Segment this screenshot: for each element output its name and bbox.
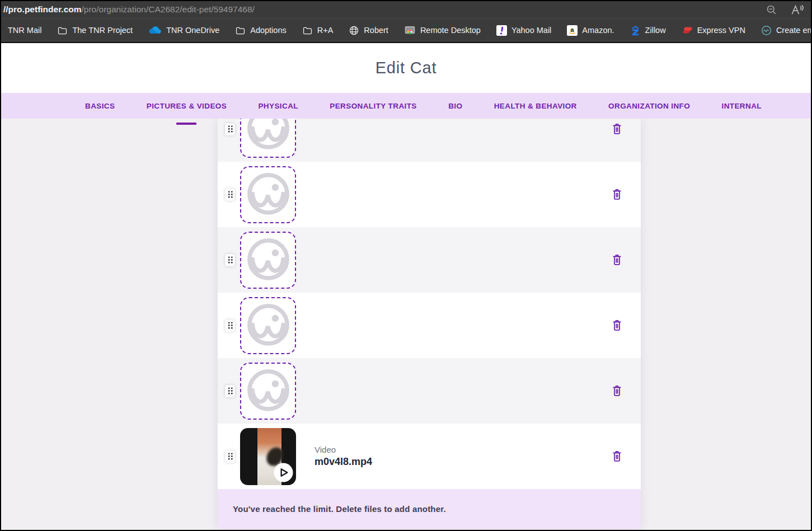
- bookmark-label: Create email distrib...: [776, 26, 811, 35]
- drag-handle-icon[interactable]: [225, 254, 235, 266]
- bookmark-label: TNR Mail: [8, 26, 41, 35]
- page-header: Edit Cat: [1, 43, 811, 93]
- media-row-video: Video m0v4l8.mp4: [218, 424, 641, 489]
- expressvpn-icon: [682, 25, 693, 35]
- photo-upload-placeholder[interactable]: [240, 363, 296, 420]
- delete-media-button[interactable]: [610, 449, 624, 464]
- tab-label: PHYSICAL: [258, 102, 298, 110]
- bookmark-label: The TNR Project: [72, 26, 133, 35]
- video-kind-label: Video: [315, 445, 372, 454]
- browser-window: //pro.petfinder.com/pro/organization/CA2…: [0, 0, 812, 531]
- url-bar[interactable]: //pro.petfinder.com/pro/organization/CA2…: [1, 1, 811, 18]
- media-row-placeholder: [218, 162, 641, 227]
- bookmark-label: R+A: [317, 26, 334, 35]
- drag-handle-icon[interactable]: [225, 189, 235, 201]
- video-meta: Video m0v4l8.mp4: [315, 445, 372, 468]
- tab-internal[interactable]: INTERNAL: [722, 102, 762, 110]
- drag-handle-icon[interactable]: [225, 123, 235, 135]
- bookmark-amazon[interactable]: aAmazon.: [567, 25, 614, 36]
- bookmark-express-vpn[interactable]: Express VPN: [682, 25, 745, 35]
- pet-face-icon: [245, 119, 292, 154]
- pet-face-icon: [245, 170, 292, 219]
- amazon-icon: a: [567, 25, 578, 36]
- tab-label: ORGANIZATION INFO: [608, 102, 690, 110]
- folder-icon: [302, 25, 313, 36]
- play-icon[interactable]: [274, 463, 293, 482]
- tab-basics[interactable]: BASICS: [85, 102, 115, 110]
- tab-health-behavior[interactable]: HEALTH & BEHAVIOR: [494, 102, 577, 110]
- content-area: Video m0v4l8.mp4 You've reached the limi…: [1, 119, 811, 530]
- delete-media-button[interactable]: [610, 318, 624, 333]
- remote-desktop-icon: [404, 25, 416, 35]
- bookmark-label: Adoptions: [250, 26, 287, 35]
- drag-handle-icon[interactable]: [225, 319, 235, 332]
- bookmark-label: TNR OneDrive: [166, 26, 219, 35]
- bookmark-label: Express VPN: [697, 26, 745, 35]
- folder-icon: [57, 25, 68, 36]
- photo-upload-placeholder[interactable]: [240, 166, 296, 223]
- yahoo-icon: [496, 25, 507, 36]
- tab-bio[interactable]: BIO: [448, 102, 462, 110]
- tab-label: BASICS: [85, 102, 115, 110]
- drag-handle-icon[interactable]: [225, 450, 235, 463]
- photo-upload-placeholder[interactable]: [240, 232, 296, 289]
- bookmark-the-tnr-project[interactable]: The TNR Project: [57, 25, 133, 36]
- delete-media-button[interactable]: [610, 121, 624, 137]
- tab-pictures-videos[interactable]: PICTURES & VIDEOS: [147, 102, 227, 110]
- video-filename: m0v4l8.mp4: [315, 456, 372, 468]
- svg-text:a: a: [571, 26, 575, 33]
- limit-banner: You've reached the limit. Delete files t…: [218, 489, 641, 529]
- media-row-placeholder: [218, 293, 641, 358]
- page-title: Edit Cat: [376, 59, 437, 77]
- read-aloud-icon[interactable]: [791, 4, 804, 15]
- photo-upload-placeholder[interactable]: [240, 297, 296, 354]
- tab-label: HEALTH & BEHAVIOR: [494, 102, 577, 110]
- bookmark-tnr-mail[interactable]: TNR Mail: [8, 26, 41, 35]
- url-domain: //pro.petfinder.com: [3, 4, 82, 14]
- tab-label: INTERNAL: [722, 102, 762, 110]
- bookmark-label: Robert: [364, 26, 388, 35]
- url-path: /pro/organization/CA2682/edit-pet/594974…: [82, 4, 255, 14]
- limit-message: You've reached the limit. Delete files t…: [233, 504, 446, 514]
- tab-organization-info[interactable]: ORGANIZATION INFO: [608, 102, 690, 110]
- media-list: Video m0v4l8.mp4: [218, 119, 641, 489]
- delete-media-button[interactable]: [610, 252, 624, 267]
- media-row-placeholder: [218, 119, 641, 162]
- media-row-placeholder: [218, 358, 641, 424]
- zillow-icon: [630, 25, 641, 36]
- pet-face-icon: [245, 235, 292, 285]
- delete-media-button[interactable]: [610, 383, 624, 398]
- tab-personality-traits[interactable]: PERSONALITY TRAITS: [330, 102, 416, 110]
- bookmark-adoptions[interactable]: Adoptions: [235, 25, 287, 36]
- tab-bar: BASICSPICTURES & VIDEOSPHYSICALPERSONALI…: [1, 93, 811, 119]
- onedrive-icon: [148, 26, 162, 35]
- active-tab-underline: [176, 123, 196, 125]
- video-thumbnail[interactable]: [240, 428, 296, 485]
- bookmark-yahoo-mail[interactable]: Yahoo Mail: [496, 25, 551, 36]
- photo-upload-placeholder[interactable]: [240, 119, 296, 158]
- tab-physical[interactable]: PHYSICAL: [258, 102, 298, 110]
- globe-icon: [349, 25, 359, 36]
- bookmark-label: Remote Desktop: [420, 26, 481, 35]
- bookmark-tnr-onedrive[interactable]: TNR OneDrive: [148, 26, 219, 35]
- bookmarks-bar: TNR MailThe TNR ProjectTNR OneDriveAdopt…: [1, 18, 811, 43]
- pet-face-icon: [245, 300, 292, 350]
- bookmark-label: Amazon.: [582, 26, 614, 35]
- delete-media-button[interactable]: [610, 187, 624, 202]
- tab-label: BIO: [448, 102, 462, 110]
- drag-handle-icon[interactable]: [225, 385, 235, 397]
- bookmark-robert[interactable]: Robert: [349, 25, 388, 36]
- bookmark-zillow[interactable]: Zillow: [630, 25, 666, 36]
- address-text[interactable]: //pro.petfinder.com/pro/organization/CA2…: [3, 4, 255, 15]
- bookmark-remote-desktop[interactable]: Remote Desktop: [404, 25, 481, 35]
- bookmark-label: Yahoo Mail: [511, 26, 551, 35]
- bookmark-r-a[interactable]: R+A: [302, 25, 334, 36]
- media-column: Video m0v4l8.mp4 You've reached the limi…: [218, 119, 641, 529]
- tab-label: PICTURES & VIDEOS: [147, 102, 227, 110]
- wave-icon: [761, 25, 772, 36]
- bookmark-create-email-distrib[interactable]: Create email distrib...: [761, 25, 811, 36]
- zoom-out-icon[interactable]: [766, 4, 777, 16]
- media-row-placeholder: [218, 227, 641, 293]
- folder-icon: [235, 25, 246, 36]
- bookmark-label: Zillow: [645, 26, 666, 35]
